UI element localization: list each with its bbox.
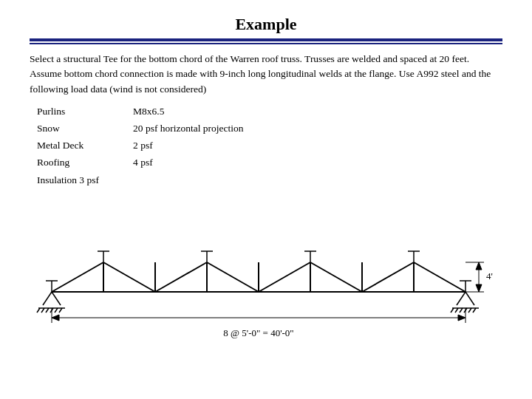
load-label-snow: Snow [37,120,133,137]
svg-line-35 [55,308,58,313]
svg-line-42 [460,308,463,313]
divider-thin [30,43,502,44]
svg-line-4 [207,262,259,292]
svg-line-8 [414,262,466,292]
load-row-roofing: Roofing 4 psf [37,154,502,171]
svg-line-44 [468,308,471,313]
svg-line-40 [451,308,454,313]
svg-line-41 [455,308,458,313]
svg-marker-47 [476,262,482,270]
load-value-roofing: 4 psf [133,154,153,171]
svg-line-1 [52,262,103,292]
svg-marker-48 [476,284,482,292]
load-value-metaldeck: 2 psf [133,137,153,154]
svg-line-33 [46,308,49,313]
span-label: 8 @ 5'-0" = 40'-0" [223,327,293,338]
svg-marker-52 [52,315,59,321]
load-value-purlins: M8x6.5 [133,103,164,120]
page-title: Example [30,15,502,34]
svg-line-3 [155,262,207,292]
svg-line-28 [43,292,52,305]
svg-line-6 [310,262,362,292]
svg-line-7 [362,262,414,292]
truss-diagram: 4' 8 @ 5'-0" = 40'-0" [30,195,502,392]
load-row-metaldeck: Metal Deck 2 psf [37,137,502,154]
svg-line-45 [473,308,476,313]
insulation-line: Insulation 3 psf [37,174,502,186]
svg-line-37 [457,292,466,305]
svg-line-36 [59,308,62,313]
svg-line-29 [52,292,61,305]
load-row-snow: Snow 20 psf horizontal projection [37,120,502,137]
load-value-snow: 20 psf horizontal projection [133,120,244,137]
svg-line-5 [259,262,310,292]
description-text: Select a structural Tee for the bottom c… [30,52,502,98]
height-label: 4' [486,270,493,282]
svg-marker-53 [458,315,466,321]
load-table: Purlins M8x6.5 Snow 20 psf horizontal pr… [37,103,502,171]
page: Example Select a structural Tee for the … [0,0,532,399]
svg-line-32 [41,308,44,313]
load-label-roofing: Roofing [37,154,133,171]
load-row-purlins: Purlins M8x6.5 [37,103,502,120]
load-label-purlins: Purlins [37,103,133,120]
divider-thick [30,38,502,41]
svg-line-2 [103,262,155,292]
load-label-metaldeck: Metal Deck [37,137,133,154]
svg-line-38 [466,292,474,305]
svg-line-31 [37,308,40,313]
